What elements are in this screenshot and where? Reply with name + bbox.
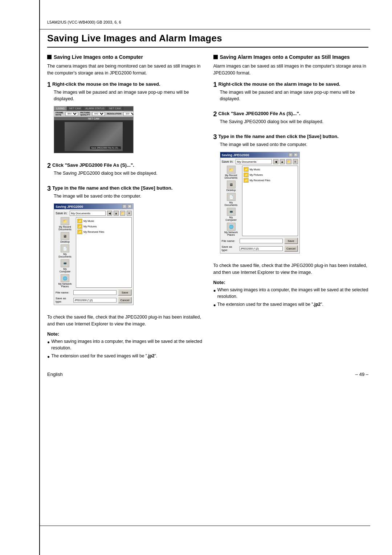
left-file-item-pictures[interactable]: 📁 My Pictures [77,224,130,229]
right-step-1-number: 1 [213,81,217,89]
camera-ctrl-label-framerate: FRAME RATE [56,112,63,116]
camera-controls-bar: FRAME RATE BASIC PICTURE QUALITY HIGH RE… [54,111,133,117]
right-section-description: Alarm images can be saved as still image… [213,63,369,77]
right-dialog-bottom-bar: File name: Save Save as type: JPEG2000 (… [222,238,298,252]
left-section-title: Saving Live Images onto a Computer [47,54,203,60]
right-sidebar-mycomputer[interactable]: 💻 MyComputer [222,208,241,221]
right-dialog-titlebar-buttons: ? ✕ [289,153,298,157]
right-file-item-music[interactable]: 📁 My Music [244,167,297,172]
right-savetype-row: Save as type: JPEG2000 (*.j2) Cancel [222,245,298,252]
right-step-3-title: Type in the file name and then click the… [219,134,339,139]
left-dialog-close-btn[interactable]: ✕ [127,204,132,208]
camera-top-bar: LIVING NET CAM ALARM STATUS NET CAM [54,106,133,111]
left-sidebar-mydocs[interactable]: 📄 MyDocuments [56,244,74,258]
right-toolbar-icon-new[interactable]: 📁 [286,159,291,164]
left-sidebar-recent[interactable]: 📁 My RecentDocuments [56,217,74,231]
camera-ctrl-framerate[interactable]: BASIC [65,112,78,116]
left-file-item-music[interactable]: 📁 My Music [77,219,130,223]
left-filename-input[interactable] [73,290,117,295]
left-step-1-body: The images will be paused and an image s… [54,89,203,103]
right-dialog-main-area: 📁 My RecentDocuments 🖥 Desktop 📄 [222,166,298,236]
left-sidebar-mycomputer[interactable]: 💻 MyComputer [56,259,74,273]
left-file-item-received[interactable]: 📁 My Received Files [77,230,130,234]
net-cam-label: NET CAM [54,117,133,120]
left-sidebar-desktop[interactable]: 🖥 Desktop [56,232,74,243]
right-step-2-body: The Saving JPEG2000 dialog box will be d… [220,118,369,125]
left-savetype-value[interactable]: JPEG2000 (*.j2) [73,298,117,303]
left-toolbar-icon-up[interactable]: ▲ [114,211,119,216]
left-filename-label: File name: [56,291,72,294]
column-left: Saving Live Images onto a Computer The c… [47,54,203,361]
left-step-2-header: 2 Click "Save JPEG2000 File As (S)...". [47,162,203,169]
right-toolbar-icon-view[interactable]: ≡ [293,159,298,164]
left-sidebar-desktop-label: Desktop [60,240,70,243]
left-note-item-1: ● When saving images into a computer, th… [47,338,203,351]
camera-ctrl-resolution[interactable]: 320×240 [123,112,134,116]
right-sidebar-network[interactable]: 🌐 My NetworkPlaces [222,223,241,236]
left-sidebar-network[interactable]: 🌐 My NetworkPlaces [56,274,74,288]
left-cancel-button[interactable]: Cancel [118,297,132,303]
left-file-icon-received: 📁 [77,230,82,234]
left-border-line [39,0,40,555]
right-sidebar-mydocs[interactable]: 📄 MyDocuments [222,193,241,206]
page-main-title: Saving Live Images and Alarm Images [47,33,368,48]
left-save-in-value: My Documents [71,212,90,215]
right-path-bar[interactable]: My Documents [236,159,271,164]
right-note-title: Note: [213,280,369,285]
right-step-2-body-container: The Saving JPEG2000 dialog box will be d… [220,118,369,125]
right-sidebar-recent[interactable]: 📁 My RecentDocuments [222,166,241,179]
right-toolbar-icon-up[interactable]: ▲ [280,159,285,164]
left-path-bar[interactable]: My Documents [70,211,106,216]
left-save-in-label: Save in: [56,211,68,215]
section-title-icon-right [213,55,218,59]
right-cancel-button[interactable]: Cancel [284,245,298,252]
right-savetype-value[interactable]: JPEG2000 (*.j2) [240,246,283,251]
left-dialog-bottom-bar: File name: Save Save as type: JPEG2000 (… [56,289,132,303]
left-sidebar-network-label: My NetworkPlaces [58,283,72,288]
left-step-2: 2 Click "Save JPEG2000 File As (S)...". … [47,162,203,181]
camera-tab-netcam: NET CAM [67,106,83,110]
right-dialog-toolbar: Save in: My Documents ◀ ▲ 📁 ≡ [222,159,298,164]
camera-ctrl-quality[interactable]: HIGH [92,112,105,116]
right-filename-input[interactable] [240,239,283,243]
right-dialog-close-btn[interactable]: ✕ [294,153,298,157]
right-sidebar-network-icon: 🌐 [227,223,236,231]
right-dialog-screenshot: Saving JPEG2000 ? ✕ Save in: My Document… [220,152,300,254]
left-toolbar-icon-new[interactable]: 📁 [120,211,125,216]
right-dialog-titlebar: Saving JPEG2000 ? ✕ [220,152,299,158]
camera-image-area: Save JPEG2000 File As (S)... [54,120,133,153]
right-toolbar-icon-back[interactable]: ◀ [273,159,278,164]
right-step-3-number: 3 [213,133,217,141]
left-dialog-help-btn[interactable]: ? [122,204,127,208]
footer-language: English [47,372,63,377]
right-file-icon-received: 📁 [244,178,249,183]
right-sidebar-desktop[interactable]: 🖥 Desktop [222,181,241,191]
left-sidebar-recent-label: My RecentDocuments [58,226,71,231]
right-file-item-received[interactable]: 📁 My Received Files [244,178,297,183]
right-file-item-pictures[interactable]: 📁 My Pictures [244,173,297,177]
left-step-2-number: 2 [47,162,51,170]
right-save-button[interactable]: Save [284,238,298,244]
bottom-border-line [39,526,370,526]
right-file-name-pictures: My Pictures [250,174,263,176]
right-sidebar-mycomputer-icon: 💻 [227,208,236,216]
left-step-1: 1 Right-click the mouse on the image to … [47,81,203,158]
left-step-2-body-container: The Saving JPEG2000 dialog box will be d… [54,170,203,177]
left-file-name-pictures: My Pictures [83,225,97,228]
left-note-section: Note: ● When saving images into a comput… [47,331,203,360]
right-step-1-header: 1 Right-click the mouse on the alarm ima… [213,81,369,88]
right-note-text-1: When saving images into a computer, the … [217,287,368,300]
right-sidebar-desktop-icon: 🖥 [227,181,236,189]
right-file-icon-pictures: 📁 [244,173,249,177]
left-step-1-number: 1 [47,81,51,89]
left-section-description: The camera images that are being monitor… [47,63,203,77]
model-info: L5AM2/US (VCC-WB4000) GB 2003, 6, 6 [47,20,121,24]
left-toolbar-icon-back[interactable]: ◀ [107,211,112,216]
left-step-3: 3 Type in the file name and then click t… [47,185,203,309]
right-savetype-label: Save as type: [222,245,238,252]
left-step-3-title: Type in the file name and then click the… [52,185,172,191]
camera-overlay-text: Save JPEG2000 File As (S)... [90,146,121,149]
left-toolbar-icon-view[interactable]: ≡ [127,211,132,216]
left-save-button[interactable]: Save [118,289,132,296]
right-dialog-help-btn[interactable]: ? [289,153,293,157]
